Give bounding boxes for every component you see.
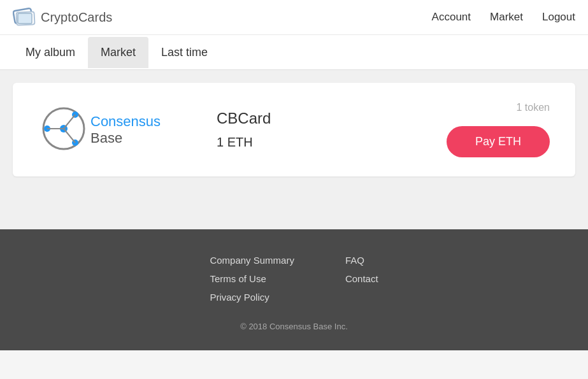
logo-area: CryptoCards (13, 6, 112, 29)
footer-contact[interactable]: Contact (345, 273, 378, 284)
svg-text:Consensus: Consensus (90, 113, 161, 129)
footer-terms-of-use[interactable]: Terms of Use (210, 273, 294, 284)
footer-col-right: FAQ Contact (345, 255, 378, 303)
cryptocards-icon (13, 6, 36, 29)
footer-faq[interactable]: FAQ (345, 255, 378, 266)
svg-text:Base: Base (90, 130, 122, 146)
svg-line-10 (64, 129, 75, 143)
svg-rect-2 (18, 13, 32, 24)
nav-account[interactable]: Account (432, 11, 471, 24)
nav-logout[interactable]: Logout (542, 11, 575, 24)
consensus-base-svg: Consensus Base (38, 103, 191, 154)
footer-col-left: Company Summary Terms of Use Privacy Pol… (210, 255, 294, 303)
logo-text: CryptoCards (41, 10, 112, 25)
footer: Company Summary Terms of Use Privacy Pol… (0, 229, 588, 350)
header: CryptoCards Account Market Logout (0, 0, 588, 35)
token-label: 1 token (517, 102, 550, 113)
footer-links: Company Summary Terms of Use Privacy Pol… (210, 255, 378, 303)
card-name: CBCard (217, 110, 421, 127)
tab-last-time[interactable]: Last time (148, 37, 220, 68)
card-right: 1 token Pay ETH (447, 102, 550, 157)
footer-company-summary[interactable]: Company Summary (210, 255, 294, 266)
card: Consensus Base CBCard 1 ETH 1 token Pay … (13, 83, 575, 176)
footer-copyright: © 2018 Consensus Base Inc. (240, 322, 348, 331)
card-price: 1 ETH (217, 135, 421, 150)
tabs-bar: My album Market Last time (0, 35, 588, 70)
card-company-logo: Consensus Base (38, 103, 191, 157)
footer-privacy-policy[interactable]: Privacy Policy (210, 292, 294, 303)
main-content: Consensus Base CBCard 1 ETH 1 token Pay … (0, 70, 588, 229)
svg-line-9 (64, 115, 75, 129)
pay-eth-button[interactable]: Pay ETH (447, 126, 550, 157)
nav-market[interactable]: Market (490, 11, 523, 24)
header-nav: Account Market Logout (432, 11, 575, 24)
card-info: CBCard 1 ETH (217, 110, 421, 150)
tab-my-album[interactable]: My album (13, 37, 88, 68)
tab-market[interactable]: Market (88, 37, 148, 68)
